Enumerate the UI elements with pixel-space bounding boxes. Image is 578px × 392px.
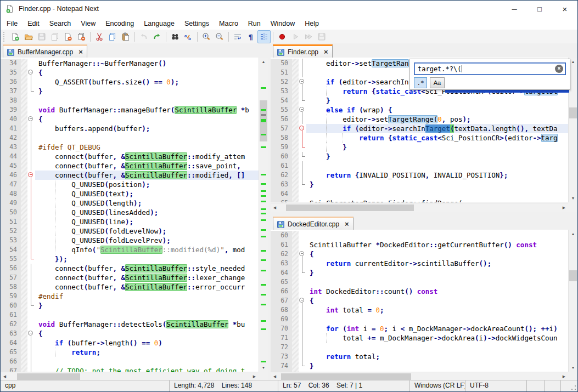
code-line-71[interactable]: 71 total += m_DockManager->dockArea(i)->… xyxy=(271,333,568,343)
search-input[interactable]: target.*?\( × xyxy=(414,63,566,75)
code-text[interactable]: } xyxy=(306,268,568,277)
code-text[interactable]: { xyxy=(35,115,259,124)
code-line-39[interactable]: 39void BufferManager::manageBuffer(Scint… xyxy=(1,105,259,115)
fold-margin[interactable] xyxy=(299,287,306,296)
code-text[interactable]: } xyxy=(306,96,568,105)
fold-margin[interactable] xyxy=(299,259,306,268)
fold-margin[interactable] xyxy=(299,343,306,352)
code-line-50[interactable]: 50 Q_UNUSED(linesAdded); xyxy=(1,208,259,217)
save-copy-button[interactable] xyxy=(48,30,61,43)
code-line-51[interactable]: 51 Q_UNUSED(line); xyxy=(1,217,259,226)
fold-margin[interactable] xyxy=(299,249,306,259)
fold-margin[interactable] xyxy=(27,254,35,264)
replace-button[interactable]: ab xyxy=(182,30,195,43)
code-line-45[interactable]: 45 connect(buffer, &ScintillaBuffer::sav… xyxy=(1,161,259,171)
close-all-button[interactable] xyxy=(75,30,88,43)
code-line-47[interactable]: 47 Q_UNUSED(position); xyxy=(1,180,259,189)
scroll-up-icon[interactable]: ▲ xyxy=(569,230,577,238)
fold-margin[interactable] xyxy=(299,189,306,198)
code-line-70[interactable]: 70 for (int i = 0; i < m_DockManager->do… xyxy=(271,324,568,333)
code-text[interactable]: { xyxy=(35,329,259,338)
code-line-56[interactable]: 56 editor->setTargetRange(0, pos); xyxy=(271,115,568,124)
menu-item-view[interactable]: View xyxy=(76,18,100,29)
code-line-54[interactable]: 54 } xyxy=(271,96,568,105)
code-text[interactable]: } xyxy=(306,361,568,371)
fold-margin[interactable] xyxy=(27,105,35,115)
code-line-41[interactable]: 41 buffers.append(buffer); xyxy=(1,124,259,133)
fold-margin[interactable] xyxy=(299,324,306,333)
code-text[interactable]: Q_UNUSED(line); xyxy=(35,217,259,226)
fold-margin[interactable] xyxy=(27,115,35,124)
scrollbar-thumb[interactable] xyxy=(569,270,577,282)
code-line-59[interactable]: 59#endif xyxy=(1,292,259,301)
code-line-38[interactable]: 38 xyxy=(1,96,259,105)
fold-margin[interactable] xyxy=(299,180,306,189)
cut-button[interactable] xyxy=(93,30,106,43)
code-line-61[interactable]: 61 xyxy=(1,310,259,320)
fold-margin[interactable] xyxy=(299,77,306,87)
fold-margin[interactable] xyxy=(27,133,35,143)
code-text[interactable] xyxy=(306,343,568,352)
save-file-button[interactable] xyxy=(35,30,48,43)
code-text[interactable]: { xyxy=(306,249,568,259)
fold-margin[interactable] xyxy=(27,310,35,320)
code-text[interactable]: Q_UNUSED(linesAdded); xyxy=(35,208,259,217)
code-text[interactable] xyxy=(35,310,259,320)
fold-margin[interactable] xyxy=(299,231,306,240)
code-text[interactable]: connect(buffer, &ScintillaBuffer::modifi… xyxy=(35,171,259,180)
code-line-63[interactable]: 63} xyxy=(271,180,568,189)
code-line-64[interactable]: 64 xyxy=(271,189,568,198)
clear-search-icon[interactable]: × xyxy=(555,65,563,73)
code-text[interactable]: Q_ASSERT(buffers.size() == 0); xyxy=(35,77,259,87)
fold-margin[interactable] xyxy=(27,245,35,254)
code-line-68[interactable]: 68 int total = 0; xyxy=(271,305,568,315)
code-text[interactable]: // TODO: not the most efficient way of d… xyxy=(35,366,259,372)
code-line-49[interactable]: 49 Q_UNUSED(length); xyxy=(1,198,259,208)
title-bar[interactable]: Finder.cpp - Notepad Next ─ □ × xyxy=(1,1,577,17)
fold-margin[interactable] xyxy=(27,320,35,329)
code-line-37[interactable]: 37} xyxy=(1,87,259,96)
fold-margin[interactable] xyxy=(27,87,35,96)
scroll-down-icon[interactable]: ▼ xyxy=(259,363,268,372)
tab-buffermanager-cpp[interactable]: BufferManager.cpp × xyxy=(3,44,87,58)
fold-margin[interactable] xyxy=(27,226,35,236)
redo-button[interactable] xyxy=(150,30,164,43)
code-text[interactable]: { xyxy=(306,296,568,305)
word-wrap-button[interactable] xyxy=(231,30,244,43)
fold-margin[interactable] xyxy=(27,366,35,372)
code-line-66[interactable]: 66int DockedEditor::count() const xyxy=(271,287,568,296)
code-line-59[interactable]: 59 } xyxy=(271,143,568,152)
scrollbar-thumb[interactable] xyxy=(569,107,577,118)
code-text[interactable] xyxy=(35,357,259,366)
menu-item-edit[interactable]: Edit xyxy=(23,18,44,29)
code-line-56[interactable]: 56 connect(buffer, &ScintillaBuffer::sty… xyxy=(1,264,259,273)
vertical-scrollbar[interactable]: ▲ ▼ xyxy=(259,58,268,372)
code-text[interactable]: return {INVALID_POSITION, INVALID_POSITI… xyxy=(306,171,568,180)
fold-margin[interactable] xyxy=(299,96,306,105)
code-line-65[interactable]: 65 return; xyxy=(1,348,259,357)
fold-margin[interactable] xyxy=(27,217,35,226)
menu-item-language[interactable]: Language xyxy=(139,18,179,29)
fold-margin[interactable] xyxy=(299,124,306,133)
code-line-57[interactable]: 57 if (editor->searchInTarget(textData.l… xyxy=(271,124,568,133)
fold-margin[interactable] xyxy=(27,68,35,77)
fold-margin[interactable] xyxy=(299,152,306,161)
scroll-down-icon[interactable]: ▼ xyxy=(569,194,577,202)
code-line-63[interactable]: 63{ xyxy=(1,329,259,338)
code-text[interactable]: #endif xyxy=(35,292,259,301)
status-encoding[interactable]: UTF-8 xyxy=(465,380,527,391)
code-line-35[interactable]: 35{ xyxy=(1,68,259,77)
open-file-button[interactable] xyxy=(22,30,35,43)
fold-margin[interactable] xyxy=(299,277,306,287)
tab-dockededitor-cpp[interactable]: DockedEditor.cpp × xyxy=(273,217,353,230)
code-text[interactable]: { xyxy=(35,68,259,77)
code-text[interactable]: int total = 0; xyxy=(306,305,568,315)
code-line-57[interactable]: 57 connect(buffer, &ScintillaBuffer::lex… xyxy=(1,273,259,282)
code-text[interactable]: qInfo("ScintillaBuffer::modified(%d)", m… xyxy=(35,245,259,254)
code-line-40[interactable]: 40{ xyxy=(1,115,259,124)
code-line-58[interactable]: 58 return {static_cast<Sci_PositionCR>(e… xyxy=(271,133,568,143)
code-text[interactable]: Q_UNUSED(foldLevelNow); xyxy=(35,226,259,236)
tab-close-icon[interactable]: × xyxy=(324,49,328,55)
code-line-55[interactable]: 55 else if (wrap) { xyxy=(271,105,568,115)
fold-margin[interactable] xyxy=(299,198,306,202)
